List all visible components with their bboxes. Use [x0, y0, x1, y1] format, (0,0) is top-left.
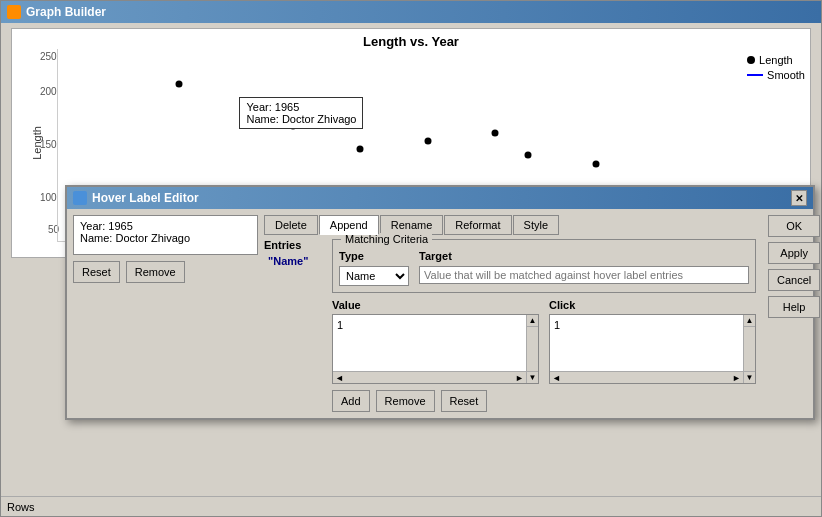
left-panel: Year: 1965 Name: Doctor Zhivago Reset Re… — [73, 215, 258, 412]
value-label: Value — [332, 299, 539, 311]
legend-length-label: Length — [759, 54, 793, 66]
entries-and-criteria: Entries "Name" Matching Criteria Type Na… — [264, 239, 756, 412]
type-select[interactable]: Name Index Value — [339, 266, 409, 286]
click-hscroll[interactable]: ◄ ► — [550, 371, 743, 383]
value-hscroll-right[interactable]: ► — [513, 373, 526, 383]
tab-rename[interactable]: Rename — [380, 215, 444, 235]
bottom-buttons: Add Remove Reset — [332, 390, 756, 412]
y-tick-250: 250 — [40, 51, 57, 62]
value-click-row: Value 1 ▲ ▼ ◄ — [332, 299, 756, 384]
value-section: Value 1 ▲ ▼ ◄ — [332, 299, 539, 384]
graph-builder-icon — [7, 5, 21, 19]
status-bar: Rows — [1, 496, 821, 516]
chart-tooltip: Year: 1965 Name: Doctor Zhivago — [239, 97, 363, 129]
click-list: 1 ▲ ▼ ◄ ► — [549, 314, 756, 384]
add-button[interactable]: Add — [332, 390, 370, 412]
chart-legend: Length Smooth — [747, 54, 805, 84]
data-point-5 — [424, 138, 431, 145]
help-button[interactable]: Help — [768, 296, 820, 318]
data-point-7 — [525, 151, 532, 158]
y-tick-200: 200 — [40, 86, 57, 97]
preview-line1: Year: 1965 — [80, 220, 251, 232]
close-button[interactable]: ✕ — [791, 190, 807, 206]
click-section: Click 1 ▲ ▼ ◄ — [549, 299, 756, 384]
target-col: Target — [419, 250, 749, 284]
click-hscroll-left[interactable]: ◄ — [550, 373, 563, 383]
click-entry: 1 — [554, 319, 560, 331]
y-tick-100: 100 — [40, 192, 57, 203]
value-list: 1 ▲ ▼ ◄ ► — [332, 314, 539, 384]
remove-bottom-button[interactable]: Remove — [376, 390, 435, 412]
preview-line2: Name: Doctor Zhivago — [80, 232, 251, 244]
graph-builder-title-bar: Graph Builder — [1, 1, 821, 23]
click-hscroll-right[interactable]: ► — [730, 373, 743, 383]
cancel-button[interactable]: Cancel — [768, 269, 820, 291]
matching-criteria-box: Matching Criteria Type Name Index Value — [332, 239, 756, 293]
tooltip-line2: Name: Doctor Zhivago — [246, 113, 356, 125]
chart-title: Length vs. Year — [12, 29, 810, 51]
value-list-inner: 1 — [335, 317, 536, 333]
legend-smooth-label: Smooth — [767, 69, 805, 81]
value-scrollbar[interactable]: ▲ ▼ — [526, 315, 538, 383]
dialog-title-text: Hover Label Editor — [92, 191, 199, 205]
entries-section: Entries "Name" — [264, 239, 324, 412]
dialog-title-bar: Hover Label Editor ✕ — [67, 187, 813, 209]
mc-row: Type Name Index Value Target — [339, 250, 749, 286]
entries-label: Entries — [264, 239, 324, 251]
reset-preview-button[interactable]: Reset — [73, 261, 120, 283]
dialog-title-left: Hover Label Editor — [73, 191, 199, 205]
legend-dot-icon — [747, 56, 755, 64]
value-entry: 1 — [337, 319, 343, 331]
apply-button[interactable]: Apply — [768, 242, 820, 264]
dialog-icon — [73, 191, 87, 205]
action-buttons: OK Apply Cancel Help — [768, 215, 820, 412]
tab-append[interactable]: Append — [319, 215, 379, 235]
right-panel: Delete Append Rename Reformat Style Entr… — [264, 215, 756, 412]
hover-label-editor-dialog: Hover Label Editor ✕ Year: 1965 Name: Do… — [65, 185, 815, 420]
graph-builder-title: Graph Builder — [26, 5, 106, 19]
target-label: Target — [419, 250, 749, 262]
data-point-8 — [592, 161, 599, 168]
type-col: Type Name Index Value — [339, 250, 409, 286]
click-label: Click — [549, 299, 756, 311]
y-tick-150: 150 — [40, 139, 57, 150]
type-label: Type — [339, 250, 409, 262]
entries-value: "Name" — [264, 255, 324, 267]
legend-smooth: Smooth — [747, 69, 805, 81]
target-input[interactable] — [419, 266, 749, 284]
value-hscroll-left[interactable]: ◄ — [333, 373, 346, 383]
legend-length: Length — [747, 54, 805, 66]
tab-bar: Delete Append Rename Reformat Style — [264, 215, 756, 235]
tab-reformat[interactable]: Reformat — [444, 215, 511, 235]
preview-buttons: Reset Remove — [73, 261, 258, 283]
value-hscroll[interactable]: ◄ ► — [333, 371, 526, 383]
data-point-2 — [256, 103, 263, 110]
hover-preview-box: Year: 1965 Name: Doctor Zhivago — [73, 215, 258, 255]
status-rows-label: Rows — [7, 501, 35, 513]
data-point-3 — [290, 122, 297, 129]
click-scrollbar[interactable]: ▲ ▼ — [743, 315, 755, 383]
data-point-4 — [357, 145, 364, 152]
legend-line-icon — [747, 74, 763, 76]
data-point-6 — [491, 130, 498, 137]
data-point-1 — [175, 80, 182, 87]
criteria-and-values: Matching Criteria Type Name Index Value — [332, 239, 756, 412]
tab-style[interactable]: Style — [513, 215, 559, 235]
click-list-inner: 1 — [552, 317, 753, 333]
reset-bottom-button[interactable]: Reset — [441, 390, 488, 412]
remove-preview-button[interactable]: Remove — [126, 261, 185, 283]
tab-delete[interactable]: Delete — [264, 215, 318, 235]
dialog-body: Year: 1965 Name: Doctor Zhivago Reset Re… — [67, 209, 813, 418]
ok-button[interactable]: OK — [768, 215, 820, 237]
